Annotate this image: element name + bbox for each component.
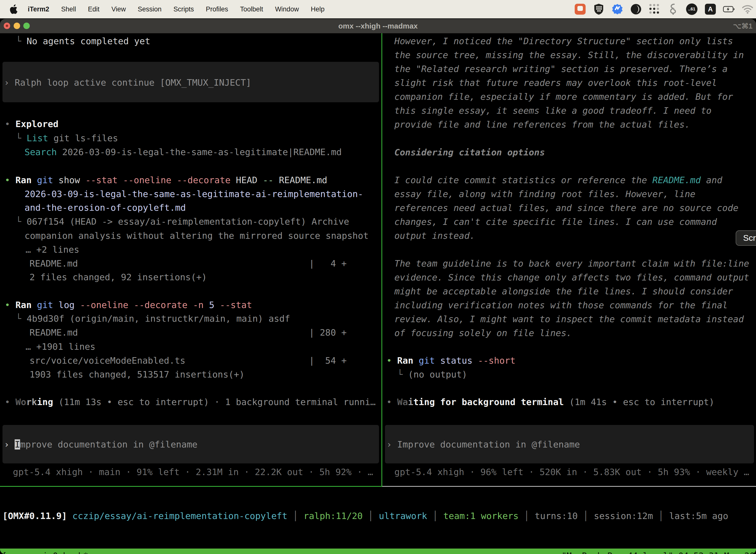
a-app-icon[interactable]: A — [704, 3, 716, 15]
apple-icon — [9, 4, 18, 14]
terminal-line: 2 files changed, 92 insertions(+) — [29, 270, 207, 284]
text-seg: 2026-03-09-is-legal-the-same-as-legitima… — [24, 189, 363, 199]
text-seg: README.md — [652, 175, 701, 185]
text-seg: and-the-erosion-of-copyleft.md — [24, 203, 186, 213]
terminal-line: • Waiting for background terminal (1m 41… — [386, 395, 714, 409]
text-seg: --stat — [220, 300, 252, 310]
tmux-session-label: [omx-cczip0:bash* — [2, 549, 88, 554]
menu-item-session[interactable]: Session — [132, 0, 168, 18]
text-seg: last:5m ago — [669, 511, 728, 521]
text-seg: the source tree, missing the essay. Stil… — [394, 50, 744, 60]
text-seg: references need actual files, and since … — [394, 203, 738, 213]
text-seg: src/voice/voiceModeEnabled.ts | 54 + — [29, 355, 347, 366]
queued-message-box[interactable]: › Ralph loop active continue [OMX_TMUX_I… — [2, 62, 379, 102]
text-seg: › — [386, 439, 397, 449]
squiggle-icon[interactable] — [667, 3, 679, 15]
text-seg: (11m 13s • esc to interrupt) · 1 backgro… — [53, 397, 376, 407]
text-seg: --oneline — [123, 175, 177, 185]
text-seg: (no output) — [408, 369, 467, 380]
menu-item-window[interactable]: Window — [269, 0, 305, 18]
text-seg: • — [386, 397, 397, 407]
text-seg: status — [440, 355, 478, 366]
badge-61-icon[interactable]: ..61 — [686, 3, 698, 15]
terminal-line: └ No agents completed yet — [16, 34, 150, 48]
terminal-line: essay file, along with finding root file… — [394, 187, 695, 201]
text-seg: HEAD — [236, 175, 263, 185]
text-seg: ultrawork — [379, 511, 427, 521]
badge-61-label: ..61 — [686, 3, 697, 15]
text-seg: │ — [653, 511, 669, 521]
terminal-line: 1903 files changed, 513517 insertions(+) — [29, 367, 245, 382]
text-seg: git — [37, 300, 59, 310]
dots-grid-icon[interactable] — [649, 3, 660, 15]
text-seg: --stat — [85, 175, 123, 185]
menu-item-view[interactable]: View — [106, 0, 132, 18]
terminal-line: README.md | 280 + — [29, 325, 347, 340]
menu-status-icons: ..61 A — [574, 0, 754, 18]
text-seg: › — [4, 439, 15, 449]
text-seg: └ — [16, 216, 26, 227]
menu-item-scripts[interactable]: Scripts — [168, 0, 200, 18]
text-seg: │ — [363, 511, 379, 521]
terminal-line: • Ran git show --stat --oneline --decora… — [5, 173, 327, 187]
blue-badge-icon[interactable] — [611, 3, 623, 15]
omx-status-line: [OMX#0.11.9] cczip/essay/ai-reimplementa… — [2, 509, 728, 523]
screen-notification-label: Scre — [743, 233, 756, 242]
tmux-status-bar: [omx-cczip0:bash* "MacBook-Pro-44.local"… — [0, 549, 756, 554]
pane-divider[interactable] — [381, 33, 382, 487]
menu-left: iTerm2ShellEditViewSessionScriptsProfile… — [0, 0, 330, 18]
crescent-app-icon[interactable] — [630, 3, 642, 15]
pane-right[interactable]: However, I noticed the "Directory Struct… — [382, 33, 756, 487]
shield-app-icon[interactable] — [593, 3, 605, 15]
wifi-icon[interactable] — [742, 3, 754, 15]
screen-notification[interactable]: Scre — [736, 230, 756, 246]
text-seg: • — [5, 119, 15, 129]
terminal-line: • Ran git status --short — [386, 353, 515, 368]
menu-item-profiles[interactable]: Profiles — [200, 0, 234, 18]
text-seg: 1903 files changed, 513517 insertions(+) — [29, 369, 245, 380]
window-titlebar: omx --xhigh --madmax ⌥⌘1 — [0, 19, 756, 34]
chat-app-icon[interactable] — [574, 3, 586, 15]
prompt-line: › Ralph loop active continue [OMX_TMUX_I… — [4, 75, 251, 90]
text-seg: 2 files changed, 92 insertions(+) — [29, 272, 207, 282]
text-seg: changes, I can't cite specific file line… — [394, 217, 717, 227]
text-seg: and — [701, 175, 722, 185]
menu-item-help[interactable]: Help — [305, 0, 331, 18]
apple-menu[interactable] — [8, 4, 18, 14]
terminal-line: └ (no output) — [397, 367, 467, 382]
text-seg: companion file, especially if more comme… — [394, 92, 733, 102]
tmux-host-clock: "MacBook-Pro-44.local" 04:52 31-Mar-26 — [562, 549, 755, 554]
text-seg: --oneline — [80, 300, 134, 310]
prompt-input-box[interactable]: › Improve documentation in @filename — [2, 425, 379, 463]
menu-item-edit[interactable]: Edit — [82, 0, 106, 18]
text-seg: 5 — [209, 300, 220, 310]
prompt-input-box[interactable]: › Improve documentation in @filename — [385, 425, 754, 463]
terminal-line: output instead. — [394, 229, 475, 243]
terminal-line: 2026-03-09-is-legal-the-same-as-legitima… — [24, 187, 363, 201]
text-seg: --short — [478, 355, 515, 366]
text-seg: Improve documentation in @filename — [397, 439, 580, 449]
text-seg: └ — [16, 36, 26, 46]
menu-item-iterm2[interactable]: iTerm2 — [22, 0, 55, 18]
iterm-window: omx --xhigh --madmax ⌥⌘1 └ No agents com… — [0, 19, 756, 554]
terminal-line: gpt-5.4 xhigh · 96% left · 520K in · 5.8… — [394, 465, 749, 479]
terminal-line: … +1901 lines — [25, 340, 96, 354]
text-seg: -n — [193, 300, 209, 310]
text-seg: [OMX#0.11.9] — [2, 511, 72, 521]
text-seg: (1m 41s • esc to interrupt) — [564, 397, 714, 407]
pane-left[interactable]: └ No agents completed yet› Ralph loop ac… — [0, 33, 381, 487]
terminal-line: review. Also, I might want to inspect th… — [394, 312, 744, 326]
terminal-line: changes, I can't cite specific file line… — [394, 215, 717, 229]
text-seg: --decorate — [134, 300, 193, 310]
pane-border-active — [0, 486, 382, 487]
text-seg: README.md | 280 + — [29, 327, 347, 338]
menu-item-toolbelt[interactable]: Toolbelt — [234, 0, 269, 18]
text-seg: Ran — [397, 355, 419, 366]
text-seg: show — [59, 175, 85, 185]
battery-icon[interactable] — [723, 3, 735, 15]
menu-item-shell[interactable]: Shell — [55, 0, 82, 18]
terminal-line: companion analysis without altering the … — [24, 229, 369, 243]
text-seg: Ran — [15, 300, 37, 310]
text-seg: the "Related research writing" section i… — [394, 64, 728, 74]
text-seg: including verification notes with those … — [394, 300, 728, 310]
